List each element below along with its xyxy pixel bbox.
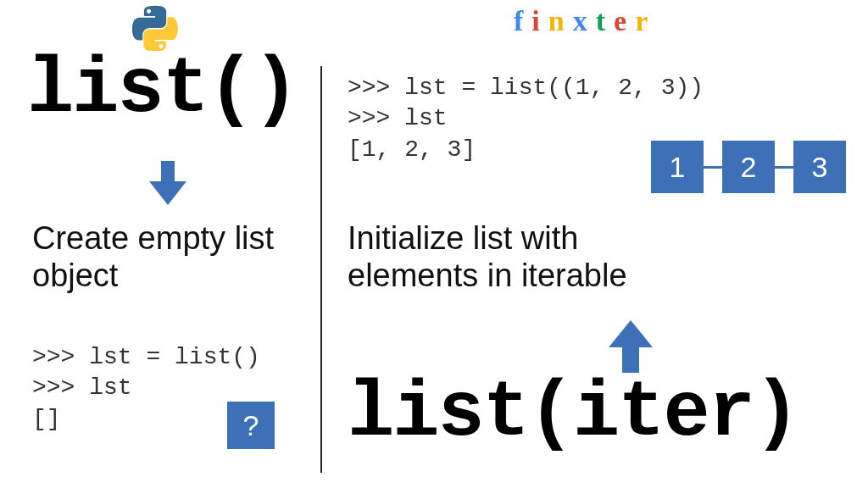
brand-letter: x [573, 5, 596, 36]
brand-letter: i [531, 5, 548, 36]
brand-letter: r [635, 5, 656, 36]
vertical-divider [320, 66, 322, 473]
left-code-block: >>> lst = list() >>> lst [] [32, 342, 260, 435]
right-heading: list(iter) [348, 369, 798, 458]
right-description-line1: Initialize list with [348, 220, 627, 258]
list-node-diagram: 1 2 3 [651, 141, 846, 193]
node-link-icon [775, 166, 793, 169]
brand-letter: n [548, 5, 573, 36]
brand-finxter: finxter [514, 5, 656, 37]
right-description-line2: elements in iterable [348, 258, 627, 295]
list-node: 1 [651, 141, 704, 193]
left-description-line2: object [32, 258, 274, 295]
list-node: 3 [793, 141, 846, 193]
left-heading: list() [27, 46, 298, 135]
arrow-up-icon [609, 320, 653, 376]
node-link-icon [704, 166, 722, 169]
brand-letter: e [614, 5, 635, 36]
arrow-down-icon [149, 161, 186, 208]
left-description-line1: Create empty list [32, 220, 274, 258]
brand-letter: t [596, 5, 614, 36]
left-description: Create empty list object [32, 220, 274, 294]
list-node: 2 [722, 141, 775, 193]
question-badge: ? [227, 402, 275, 449]
right-description: Initialize list with elements in iterabl… [348, 220, 627, 294]
brand-letter: f [514, 5, 531, 36]
